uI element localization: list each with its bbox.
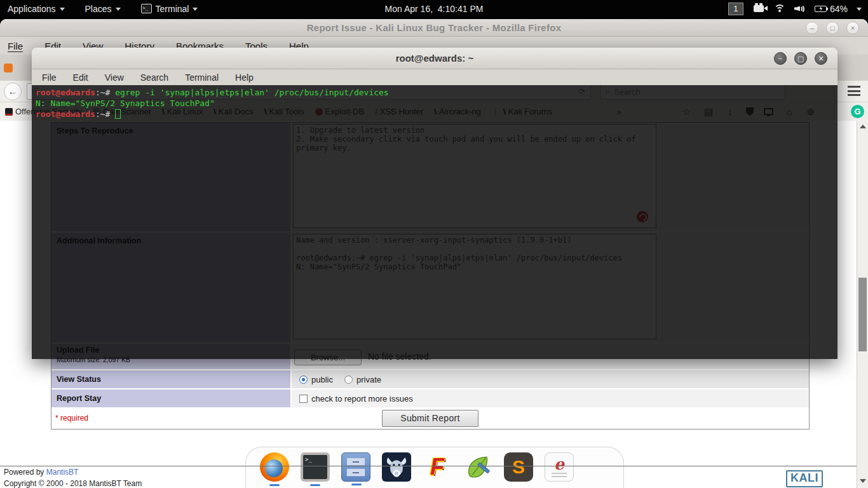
terminal-menu-edit[interactable]: Edit xyxy=(73,72,88,83)
report-stay-checkbox[interactable] xyxy=(299,395,308,403)
report-stay-option[interactable]: check to report more issues xyxy=(311,394,413,403)
terminal-window: root@edwards: ~ − ▢ ✕ File Edit View Sea… xyxy=(32,48,837,359)
radio-private-label[interactable]: private xyxy=(356,375,381,384)
mantis-footer: Powered by MantisBT Copyright © 2000 - 2… xyxy=(4,468,142,488)
tab-favicon[interactable] xyxy=(4,64,13,72)
terminal-line-prompt: root@edwards:~# xyxy=(36,109,834,119)
terminal-menu-help[interactable]: Help xyxy=(235,72,254,83)
terminal-line-output: N: Name="SynPS/2 Synaptics TouchPad" xyxy=(36,98,834,109)
maximize-icon[interactable]: ▢ xyxy=(794,52,807,65)
radio-public-label[interactable]: public xyxy=(311,375,333,384)
screencast-icon xyxy=(754,5,764,12)
firefox-titlebar[interactable]: Report Issue - Kali Linux Bug Tracker - … xyxy=(0,19,868,37)
page-scrollbar[interactable] xyxy=(857,121,868,488)
battery-charging-icon xyxy=(815,6,827,12)
leaf-icon xyxy=(465,454,491,480)
required-note: * required xyxy=(55,414,88,423)
terminal-menu-search[interactable]: Search xyxy=(140,72,168,83)
terminal-cursor xyxy=(115,109,121,119)
close-icon[interactable]: ✕ xyxy=(815,52,827,65)
form-row-report-stay: Report Stay check to report more issues xyxy=(51,390,809,409)
show-applications-button[interactable] xyxy=(585,452,614,482)
view-status-label: View Status xyxy=(51,370,292,388)
scroll-down-icon[interactable] xyxy=(860,479,866,483)
radio-private[interactable] xyxy=(344,376,353,384)
maximize-icon[interactable]: □ xyxy=(826,22,839,34)
grammarly-extension-icon[interactable]: G xyxy=(851,105,864,118)
scrollbar-thumb[interactable] xyxy=(858,278,867,351)
terminal-menu-terminal[interactable]: Terminal xyxy=(185,72,219,83)
firefox-menu-file[interactable]: File xyxy=(8,41,23,51)
terminal-titlebar[interactable]: root@edwards: ~ − ▢ ✕ xyxy=(32,48,837,69)
close-icon[interactable]: × xyxy=(846,22,859,34)
chevron-down-icon xyxy=(857,8,862,11)
battery-percent: 64% xyxy=(830,4,848,14)
system-status-menu[interactable]: 64% xyxy=(774,0,862,17)
leafpad-dock-icon[interactable] xyxy=(463,452,492,482)
desktop: Report Issue - Kali Linux Bug Tracker - … xyxy=(0,0,868,488)
firefox-dock-icon[interactable] xyxy=(260,452,289,482)
form-row-view-status: View Status public private xyxy=(51,370,809,390)
menu-hamburger-icon[interactable] xyxy=(848,86,860,96)
kali-logo: KALI xyxy=(786,470,823,487)
running-indicator xyxy=(310,484,320,487)
faraday-dock-icon[interactable]: F xyxy=(423,452,452,482)
minimize-icon[interactable]: − xyxy=(774,52,787,65)
volume-icon xyxy=(794,4,806,13)
form-row-submit: * required Submit Report xyxy=(51,409,809,429)
offsec-favicon xyxy=(5,108,13,116)
dock: >_ F S e xyxy=(245,447,624,488)
submit-report-button[interactable]: Submit Report xyxy=(382,410,478,427)
sublime-text-dock-icon[interactable]: S xyxy=(504,452,533,482)
minimize-icon[interactable]: – xyxy=(806,22,818,34)
running-indicator xyxy=(351,484,362,486)
firefox-window-title: Report Issue - Kali Linux Bug Tracker - … xyxy=(307,22,562,33)
copyright-text: Copyright © 2000 - 2018 MantisBT Team xyxy=(4,479,142,488)
evince-dock-icon[interactable]: e xyxy=(545,452,574,482)
powered-by-text: Powered by xyxy=(4,468,44,477)
mantisbt-link[interactable]: MantisBT xyxy=(46,468,79,477)
terminal-body[interactable]: root@edwards:~# egrep -i 'synap|alps|etp… xyxy=(32,85,837,359)
files-dock-icon[interactable] xyxy=(341,452,370,482)
scroll-up-icon[interactable] xyxy=(860,125,866,128)
page-bottom-border xyxy=(0,466,857,466)
terminal-menu-view[interactable]: View xyxy=(105,72,124,83)
bull-icon xyxy=(384,454,409,480)
clock[interactable]: Mon Apr 16, 4:10:41 PM xyxy=(385,4,484,14)
workspace-indicator[interactable]: 1 xyxy=(728,3,743,15)
back-button[interactable]: ← xyxy=(4,83,22,100)
top-panel: Applications Places >_Terminal Mon Apr 1… xyxy=(0,0,868,17)
running-indicator xyxy=(269,484,280,487)
report-stay-label: Report Stay xyxy=(51,390,292,407)
wifi-icon xyxy=(774,4,785,13)
terminal-window-title: root@edwards: ~ xyxy=(396,53,474,64)
terminal-dock-icon[interactable]: >_ xyxy=(301,452,330,482)
terminal-line-command: root@edwards:~# egrep -i 'synap|alps|etp… xyxy=(36,87,834,98)
terminal-menubar: File Edit View Search Terminal Help xyxy=(32,69,837,85)
beef-dock-icon[interactable] xyxy=(382,452,411,482)
terminal-menu-file[interactable]: File xyxy=(42,72,57,83)
radio-public[interactable] xyxy=(299,376,308,384)
